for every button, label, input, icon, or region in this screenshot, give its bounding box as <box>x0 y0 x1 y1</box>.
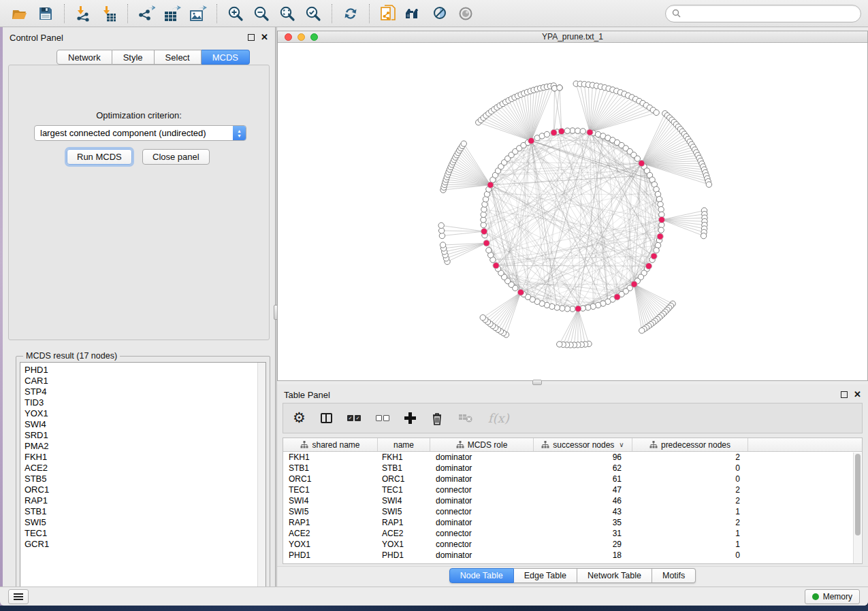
list-item[interactable]: YOX1 <box>25 408 266 419</box>
clone-network-icon[interactable] <box>375 3 401 24</box>
table-cell: dominator <box>430 550 534 560</box>
dropdown-stepper-icon: ▲▼ <box>233 126 246 140</box>
zoom-fit-icon[interactable] <box>274 3 300 24</box>
column-settings-icon[interactable]: ⚙ <box>293 409 306 428</box>
list-item[interactable]: SRD1 <box>25 430 266 441</box>
refresh-icon[interactable] <box>338 3 364 24</box>
table-scrollbar-thumb[interactable] <box>855 454 861 535</box>
list-item[interactable]: CAR1 <box>25 376 266 386</box>
column-header-name[interactable]: name <box>378 438 430 451</box>
close-panel-button[interactable]: Close panel <box>142 149 210 165</box>
network-graph[interactable] <box>278 43 867 380</box>
export-image-icon[interactable] <box>185 3 211 24</box>
table-cell: 62 <box>534 463 632 473</box>
tab-mcds[interactable]: MCDS <box>202 50 250 65</box>
mcds-result-list[interactable]: PHD1CAR1STP4TID3YOX1SWI4SRD1PMA2FKH1ACE2… <box>20 362 266 603</box>
mcds-panel: Optimization criterion: largest connecte… <box>8 65 270 340</box>
table-cell: STB1 <box>378 463 430 473</box>
network-window-titlebar[interactable]: YPA_prune.txt_1 <box>278 31 867 43</box>
table-row[interactable]: ORC1ORC1dominator610 <box>283 474 862 484</box>
list-item[interactable]: STP4 <box>25 386 266 397</box>
mcds-list-scrollbar[interactable] <box>257 363 266 602</box>
list-item[interactable]: RAP1 <box>25 495 266 506</box>
close-panel-icon[interactable]: ✕ <box>261 34 268 41</box>
zoom-out-icon[interactable] <box>248 3 274 24</box>
close-table-panel-icon[interactable]: ✕ <box>854 391 861 398</box>
float-panel-icon[interactable] <box>248 34 255 41</box>
list-item[interactable]: GCR1 <box>25 539 266 550</box>
delete-row-icon[interactable] <box>431 409 443 428</box>
select-all-icon[interactable]: ✓✓ <box>347 409 361 428</box>
tab-edge-table[interactable]: Edge Table <box>514 568 577 583</box>
memory-button[interactable]: Memory <box>805 589 860 604</box>
search-box[interactable] <box>665 5 861 22</box>
list-item[interactable]: ORC1 <box>25 484 266 495</box>
list-item[interactable]: SWI4 <box>25 419 266 430</box>
show-all-icon[interactable] <box>453 3 479 24</box>
table-row[interactable]: YOX1YOX1connector291 <box>283 539 862 550</box>
list-item[interactable]: TID3 <box>25 397 266 408</box>
tab-select[interactable]: Select <box>155 50 202 65</box>
table-row[interactable]: STB1STB1dominator620 <box>283 463 862 474</box>
zoom-selected-icon[interactable] <box>300 3 326 24</box>
toolbar-separator <box>64 4 65 23</box>
run-mcds-button[interactable]: Run MCDS <box>67 149 132 165</box>
open-file-icon[interactable] <box>7 3 33 24</box>
table-cell: 43 <box>534 507 632 516</box>
criterion-dropdown[interactable]: largest connected component (undirected)… <box>34 125 246 141</box>
table-scrollbar[interactable] <box>853 452 861 564</box>
toolbar-separator <box>216 4 217 23</box>
hide-selected-icon[interactable] <box>427 3 453 24</box>
list-item[interactable]: FKH1 <box>25 452 266 463</box>
column-header-successor-nodes[interactable]: successor nodes∨ <box>534 438 632 451</box>
tab-style[interactable]: Style <box>112 50 155 65</box>
network-search-icon[interactable] <box>401 3 427 24</box>
add-row-icon[interactable] <box>404 409 416 428</box>
list-item[interactable]: SWI5 <box>25 517 266 528</box>
control-tabs: NetworkStyleSelectMCDS <box>57 50 250 65</box>
horizontal-splitter-handle[interactable] <box>532 380 542 385</box>
table-row[interactable]: SWI5SWI5connector431 <box>283 506 862 517</box>
table-cell: 35 <box>534 518 632 527</box>
minimize-window-icon[interactable] <box>298 33 305 41</box>
list-item[interactable]: TEC1 <box>25 528 266 539</box>
deselect-all-icon[interactable] <box>376 409 389 428</box>
table-row[interactable]: FKH1FKH1dominator962 <box>283 452 862 463</box>
column-header-shared-name[interactable]: shared name <box>283 438 378 451</box>
float-table-panel-icon[interactable] <box>841 391 848 398</box>
table-cell: ACE2 <box>283 529 378 538</box>
table-row[interactable]: TEC1TEC1connector472 <box>283 484 862 495</box>
list-item[interactable]: PMA2 <box>25 441 266 452</box>
show-columns-icon[interactable] <box>321 409 332 428</box>
table-row[interactable]: ACE2ACE2connector311 <box>283 528 862 539</box>
table-cell: 2 <box>632 485 748 495</box>
column-header-predecessor-nodes[interactable]: predecessor nodes <box>632 438 748 451</box>
tab-motifs[interactable]: Motifs <box>652 568 696 583</box>
tree-column-icon <box>649 441 658 448</box>
tab-network[interactable]: Network <box>57 50 112 65</box>
table-row[interactable]: SWI4SWI4dominator462 <box>283 495 862 506</box>
task-history-button[interactable] <box>8 589 29 604</box>
export-network-icon[interactable] <box>133 3 159 24</box>
import-network-icon[interactable] <box>70 3 96 24</box>
table-row[interactable]: PHD1PHD1dominator180 <box>283 550 862 561</box>
list-item[interactable]: STB5 <box>25 474 266 484</box>
list-item[interactable]: STB1 <box>25 506 266 517</box>
export-table-icon[interactable] <box>159 3 185 24</box>
table-row[interactable]: RAP1RAP1dominator352 <box>283 517 862 528</box>
list-item[interactable]: ACE2 <box>25 463 266 474</box>
import-table-icon[interactable] <box>96 3 122 24</box>
table-cell: 18 <box>534 550 632 560</box>
table-cell: FKH1 <box>283 452 378 462</box>
table-cell: 2 <box>632 496 748 506</box>
maximize-window-icon[interactable] <box>310 33 318 41</box>
column-header-MCDS-role[interactable]: MCDS role <box>430 438 534 451</box>
zoom-in-icon[interactable] <box>223 3 248 24</box>
tab-network-table[interactable]: Network Table <box>577 568 652 583</box>
node-table[interactable]: shared namenameMCDS rolesuccessor nodes∨… <box>283 437 863 564</box>
list-item[interactable]: PHD1 <box>25 365 266 376</box>
search-input[interactable] <box>681 9 854 18</box>
close-window-icon[interactable] <box>285 33 292 41</box>
save-session-icon[interactable] <box>33 3 59 24</box>
tab-node-table[interactable]: Node Table <box>449 568 514 583</box>
